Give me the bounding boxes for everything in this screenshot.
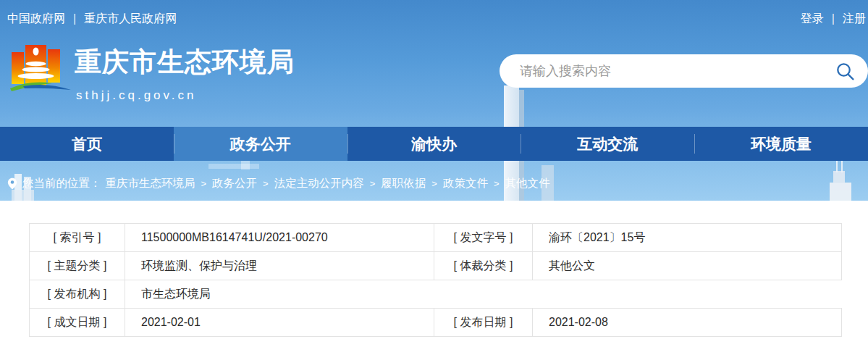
breadcrumb-separator: > [201,178,207,189]
nav-item-label: 环境质量 [751,134,812,154]
table-row: [ 成文日期 ]2021-02-01[ 发布日期 ]2021-02-08 [30,309,842,337]
label-cell: [ 发布机构 ] [30,280,125,309]
topbar: 中国政府网|重庆市人民政府网 [7,12,177,27]
page: 中国政府网|重庆市人民政府网 登录|注册 重庆市生态环境局 sthjj [0,0,868,347]
value-cell: 渝环〔2021〕15号 [533,224,842,252]
nav-item-gov-info[interactable]: 政务公开 [174,127,347,161]
value-cell: 2021-02-01 [125,309,434,337]
breadcrumb-item[interactable]: 政务公开 [212,176,257,191]
skyline-buildings [241,160,250,170]
login-link[interactable]: 登录 [801,12,824,25]
topbar-link-cq-gov[interactable]: 重庆市人民政府网 [84,12,177,25]
auth-separator: | [832,12,835,25]
nav-item-interaction[interactable]: 互动交流 [521,127,694,161]
search-button[interactable] [835,62,855,81]
nav-item-label: 首页 [72,134,102,154]
search-input[interactable] [518,63,830,80]
label-cell: [ 发文字号 ] [434,224,533,252]
register-link[interactable]: 注册 [843,12,866,25]
label-cell: [ 成文日期 ] [30,309,125,337]
main-nav: 首页政务公开渝快办互动交流环境质量 [0,127,868,161]
breadcrumb: 您当前的位置： 重庆市生态环境局>政务公开>法定主动公开内容>履职依据>政策文件… [7,176,549,191]
breadcrumb-item[interactable]: 履职依据 [381,176,426,191]
value-cell: 环境监测、保护与治理 [125,252,434,280]
breadcrumb-separator: > [431,178,437,189]
label-cell: [ 发布日期 ] [434,309,533,337]
nav-item-yukuaiban[interactable]: 渝快办 [347,127,521,161]
table-row: [ 发布机构 ]市生态环境局 [30,280,842,309]
nav-item-home[interactable]: 首页 [0,127,174,161]
label-cell: [ 主题分类 ] [30,252,125,280]
table-row: [ 索引号 ]11500000MB1614741U/2021-00270[ 发文… [30,224,842,252]
site-logo-icon[interactable] [10,43,71,96]
skyline-buildings [208,164,259,169]
skyline-tower [830,183,851,201]
label-cell: [ 索引号 ] [30,224,125,252]
nav-item-label: 渝快办 [411,134,457,154]
breadcrumb-item[interactable]: 法定主动公开内容 [274,176,364,191]
value-cell: 11500000MB1614741U/2021-00270 [125,224,434,252]
content-card: [ 索引号 ]11500000MB1614741U/2021-00270[ 发文… [5,201,868,347]
breadcrumb-item[interactable]: 重庆市生态环境局 [106,176,195,191]
breadcrumb-separator: > [263,178,269,189]
table-row: [ 主题分类 ]环境监测、保护与治理[ 体裁分类 ]其他公文 [30,252,842,280]
value-cell: 2021-02-08 [533,309,842,337]
nav-item-label: 互动交流 [577,134,638,154]
value-cell: 其他公文 [533,252,842,280]
topbar-separator: | [73,12,76,25]
site-domain: sthjj.cq.gov.cn [76,88,196,103]
label-cell [434,280,533,309]
breadcrumb-items: 重庆市生态环境局>政务公开>法定主动公开内容>履职依据>政策文件>其他文件 [106,176,550,191]
search-box [500,54,868,88]
value-cell [533,280,842,309]
nav-item-env-quality[interactable]: 环境质量 [694,127,868,161]
doc-info-table: [ 索引号 ]11500000MB1614741U/2021-00270[ 发文… [29,223,842,337]
breadcrumb-item[interactable]: 其他文件 [505,176,549,191]
auth-links: 登录|注册 [801,12,866,27]
breadcrumb-item[interactable]: 政策文件 [443,176,488,191]
search-icon [835,62,855,81]
breadcrumb-prefix: 您当前的位置： [22,176,101,191]
value-cell: 市生态环境局 [125,280,434,309]
nav-item-label: 政务公开 [230,134,291,154]
breadcrumb-separator: > [370,178,376,189]
topbar-link-china-gov[interactable]: 中国政府网 [7,12,65,25]
site-title: 重庆市生态环境局 [75,49,295,75]
breadcrumb-separator: > [494,178,500,189]
location-pin-icon [7,177,17,191]
skyline-tower [833,171,845,183]
label-cell: [ 体裁分类 ] [434,252,533,280]
skyline-tower [12,190,34,201]
